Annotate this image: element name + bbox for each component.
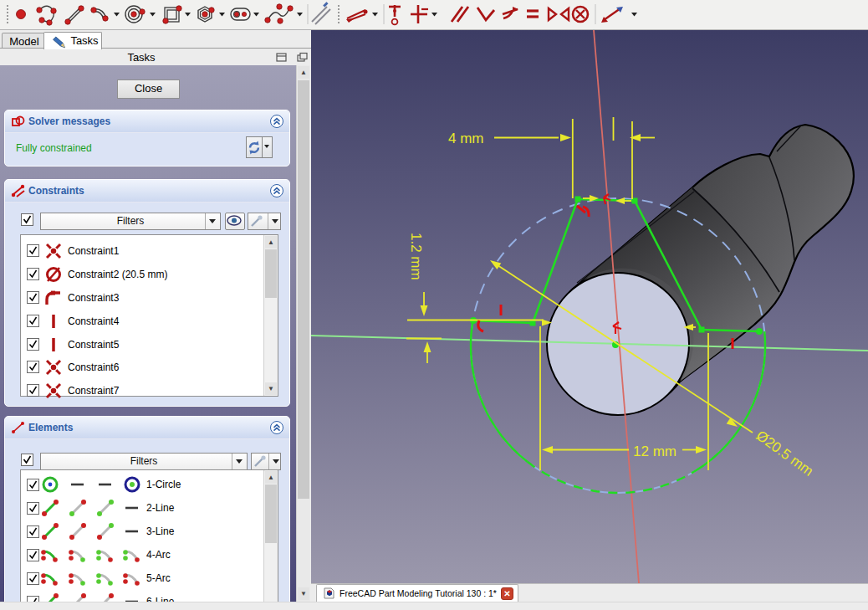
svg-text:4 mm: 4 mm xyxy=(448,131,484,146)
svg-text:1.2 mm: 1.2 mm xyxy=(408,233,424,280)
svg-text:12 mm: 12 mm xyxy=(633,443,677,459)
